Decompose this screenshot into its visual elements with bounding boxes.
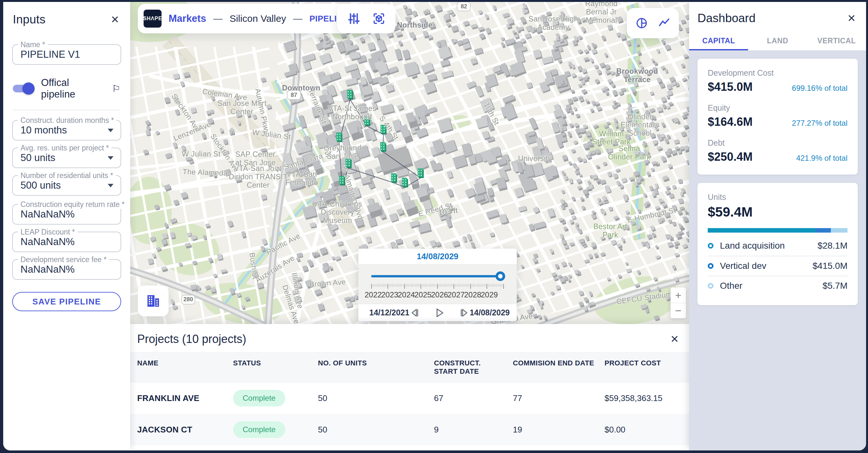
text-field-1-value: NaNaNaN% xyxy=(21,236,113,248)
project-marker[interactable] xyxy=(402,178,408,187)
text-field-2-value: NaNaNaN% xyxy=(21,264,113,275)
map-canvas[interactable]: Coleman AveSan Jose Mart CenterAutumn Pk… xyxy=(130,2,689,324)
tick xyxy=(424,284,424,287)
projects-panel: Projects (10 projects) ✕ NAMESTATUSNO. O… xyxy=(130,324,689,450)
project-marker[interactable] xyxy=(391,173,397,183)
tick xyxy=(404,284,405,289)
tick xyxy=(490,284,490,287)
metric-2: Debt $250.4M421.9% of total xyxy=(708,138,847,164)
tick xyxy=(499,284,499,287)
tick xyxy=(470,284,471,289)
tick xyxy=(478,284,479,287)
projects-close-icon[interactable]: ✕ xyxy=(669,333,680,345)
app-window: Inputs ✕ Name * Offical pipeline ⚐ Const… xyxy=(3,2,866,450)
timeline-slider[interactable] xyxy=(371,271,504,281)
legend-ring-icon xyxy=(708,263,713,269)
project-marker[interactable] xyxy=(417,168,424,178)
tick xyxy=(487,284,487,289)
tick xyxy=(448,284,448,287)
tick xyxy=(451,284,451,287)
tick xyxy=(447,284,447,287)
legend-ring-icon xyxy=(708,243,713,249)
map-label: Raymond Bernal Jr Memorial xyxy=(585,2,618,25)
text-fields: Construction equity return rate * NaNaNa… xyxy=(3,197,130,281)
project-marker[interactable] xyxy=(336,133,342,142)
text-field-2[interactable]: Development service fee * NaNaNaN% xyxy=(12,259,121,280)
pie-chart-icon[interactable] xyxy=(634,16,649,30)
tick xyxy=(469,284,469,287)
official-pipeline-toggle[interactable] xyxy=(13,85,33,92)
text-field-0[interactable]: Construction equity return rate * NaNaNa… xyxy=(12,204,121,225)
project-marker[interactable] xyxy=(380,142,386,152)
3d-scan-icon[interactable] xyxy=(372,11,386,26)
year-label: 2027 xyxy=(447,290,464,299)
inputs-panel: Inputs ✕ Name * Offical pipeline ⚐ Const… xyxy=(3,2,130,450)
trend-chart-icon[interactable] xyxy=(657,16,671,30)
select-field-2[interactable]: Number of residential units * 500 units xyxy=(12,175,121,196)
tick xyxy=(483,284,483,287)
tab-vertical[interactable]: VERTICAL xyxy=(807,30,866,50)
text-field-1[interactable]: LEAP Discount * NaNaNaN% xyxy=(12,232,121,252)
bar-segment xyxy=(831,228,847,233)
text-field-1-label: LEAP Discount * xyxy=(18,228,78,236)
step-back-icon[interactable] xyxy=(409,307,421,318)
breadcrumb-markets-link[interactable]: Markets xyxy=(168,13,206,24)
legend-ring-icon xyxy=(708,283,713,289)
tick xyxy=(477,284,477,287)
column-header: NO. OF UNITS xyxy=(311,352,427,382)
select-field-0-label: Construct. duration months * xyxy=(18,116,116,125)
tick xyxy=(440,284,440,287)
timeline-slider-handle[interactable] xyxy=(496,272,505,281)
tick xyxy=(373,284,373,287)
play-icon[interactable] xyxy=(434,307,445,318)
name-field-label: Name * xyxy=(18,40,48,49)
tick xyxy=(495,284,495,287)
inputs-close-icon[interactable]: ✕ xyxy=(109,13,121,26)
tick xyxy=(480,284,480,287)
tick xyxy=(432,284,432,287)
tick xyxy=(379,284,380,287)
highway-shield: 87 xyxy=(287,90,301,100)
table-row[interactable]: FRANKLIN AVE Complete 5067 77$59,358,363… xyxy=(130,383,689,414)
tick xyxy=(385,284,385,287)
select-field-0[interactable]: Construct. duration months * 10 months xyxy=(12,120,121,141)
project-marker[interactable] xyxy=(347,90,353,100)
dashboard-tabs: CAPITALLANDVERTICAL xyxy=(689,30,866,50)
tick xyxy=(384,284,384,287)
dashboard-close-icon[interactable]: ✕ xyxy=(846,12,857,25)
buildings-layer-button[interactable] xyxy=(138,286,168,316)
tick xyxy=(376,284,376,287)
name-field[interactable]: Name * xyxy=(12,44,121,65)
projects-table-body: FRANKLIN AVE Complete 5067 77$59,358,363… xyxy=(130,383,689,450)
zoom-in-button[interactable]: + xyxy=(671,287,686,303)
filters-icon[interactable] xyxy=(347,11,361,26)
tab-capital[interactable]: CAPITAL xyxy=(689,30,748,50)
name-input[interactable] xyxy=(21,49,113,60)
legend-row-1: Vertical dev$415.0M xyxy=(708,256,847,276)
tick xyxy=(465,284,465,287)
tick xyxy=(395,284,395,287)
map-label: VTA-St James Northbound xyxy=(328,105,376,121)
select-field-1[interactable]: Avg. res. units per project * 50 units xyxy=(12,148,121,168)
tick xyxy=(419,284,420,287)
shape-logo[interactable]: SHΛPE xyxy=(144,10,161,28)
chart-toolbar xyxy=(627,8,679,38)
tick xyxy=(485,284,486,287)
zoom-out-button[interactable]: − xyxy=(671,303,686,318)
save-pipeline-button[interactable]: SAVE PIPELINE xyxy=(12,292,121,311)
step-forward-icon[interactable] xyxy=(458,307,470,318)
tick xyxy=(484,284,484,287)
breadcrumb-separator: — xyxy=(213,13,222,24)
map-label: University xyxy=(518,154,552,163)
map-label: San Jose High Academy xyxy=(529,16,578,32)
table-row[interactable]: JACKSON CT Complete 509 19$0.00 xyxy=(130,414,689,445)
tab-land[interactable]: LAND xyxy=(748,30,807,50)
select-fields: Construct. duration months * 10 monthsAv… xyxy=(3,113,130,197)
status-badge: Complete xyxy=(233,390,285,406)
tick xyxy=(407,284,407,287)
table-row[interactable]: WASHINGTON AVE Complete 5021 31$0.00 xyxy=(130,445,689,450)
select-field-0-value: 10 months xyxy=(21,124,113,136)
year-label: 2025 xyxy=(414,290,431,299)
tick xyxy=(400,284,400,287)
year-label: 2024 xyxy=(398,290,415,299)
